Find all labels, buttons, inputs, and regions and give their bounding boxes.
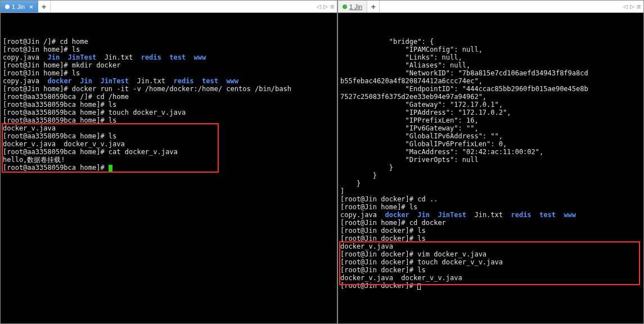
- terminal-text: ]: [340, 187, 344, 195]
- terminal-line: "NetworkID": "7b8a815e7cd106aefd34943f8f…: [340, 69, 641, 77]
- terminal-text: [root@aa3358059bca /]# cd /home: [3, 93, 129, 101]
- terminal-text: "IPPrefixLen": 16,: [340, 116, 479, 124]
- terminal-line: [root@Jin home]# ls: [340, 203, 641, 211]
- terminal-line: [root@Jin docker]# ls: [340, 227, 641, 235]
- terminal-line: "Aliases": null,: [340, 61, 641, 69]
- terminal-text: Jin.txt: [466, 211, 511, 219]
- tab-session-1[interactable]: 1 Jin: [338, 1, 367, 12]
- terminal-line: [root@Jin home]# ls: [3, 46, 335, 53]
- terminal-text: "IPv6Gateway": "",: [340, 124, 479, 132]
- next-tab-icon[interactable]: ▷: [630, 3, 634, 10]
- terminal-line: hello,数据卷挂载!: [3, 156, 335, 164]
- terminal-text: [root@Jin home]# ls: [340, 203, 417, 211]
- terminal-text: }: [340, 164, 393, 172]
- terminal-line: [root@aa3358059bca home]# ls: [3, 132, 335, 140]
- terminal-line: [root@Jin docker]# touch docker_v_v.java: [340, 258, 641, 266]
- terminal-text: [root@Jin home]# ls: [3, 46, 80, 53]
- terminal-text: redis test www: [173, 77, 238, 85]
- terminal-text: copy.java: [340, 211, 385, 219]
- terminal-text: docker Jin JinTest: [47, 77, 129, 85]
- terminal-text: [root@Jin home]# mkdir docker: [3, 61, 121, 69]
- terminal-line: "IPAddress": "172.17.0.2",: [340, 109, 641, 116]
- terminal-text: "GlobalIPv6Address": "",: [340, 132, 503, 140]
- terminal-line: "IPPrefixLen": 16,: [340, 116, 641, 124]
- terminal-text: hello,数据卷挂载!: [3, 156, 65, 164]
- terminal-line: [root@aa3358059bca /]# cd /home: [3, 93, 335, 101]
- prev-tab-icon[interactable]: ◁: [623, 3, 628, 10]
- new-tab-button[interactable]: +: [38, 1, 51, 12]
- terminal-text: [root@Jin docker]# vim docker_v.java: [340, 250, 487, 258]
- terminal-line: docker_v.java: [340, 242, 641, 250]
- right-terminal[interactable]: "bridge": { "IPAMConfig": null, "Links":…: [338, 13, 643, 323]
- tab-menu-icon[interactable]: ≡: [330, 3, 334, 11]
- terminal-line: ]: [340, 187, 641, 195]
- terminal-line: }: [340, 164, 641, 172]
- cursor-icon: [109, 165, 112, 172]
- terminal-line: "EndpointID": "444ccac85bb2960fb015ae90e…: [340, 85, 641, 93]
- terminal-text: [root@Jin home]# docker run -it -v /home…: [3, 85, 291, 93]
- terminal-text: "GlobalIPv6PrefixLen": 0,: [340, 140, 507, 148]
- terminal-text: "Gateway": "172.17.0.1",: [340, 101, 503, 109]
- terminal-line: }: [340, 179, 641, 187]
- terminal-line: "GlobalIPv6Address": "",: [340, 132, 641, 140]
- terminal-line: "MacAddress": "02:42:ac:11:00:02",: [340, 148, 641, 156]
- terminal-line: "IPAMConfig": null,: [340, 46, 641, 53]
- plus-icon: +: [371, 2, 376, 11]
- terminal-line: "DriverOpts": null: [340, 156, 641, 164]
- terminal-line: copy.java docker Jin JinTest Jin.txt red…: [340, 211, 641, 219]
- terminal-text: docker_v.java docker_v_v.java: [3, 140, 125, 148]
- terminal-text: [root@aa3358059bca home]# ls: [3, 116, 116, 124]
- terminal-text: "DriverOpts": null: [340, 156, 479, 164]
- terminal-text: [root@Jin docker]# cd ..: [340, 195, 438, 203]
- terminal-text: [root@Jin docker]# ls: [340, 266, 426, 274]
- terminal-text: "MacAddress": "02:42:ac:11:00:02",: [340, 148, 543, 156]
- terminal-text: }: [340, 179, 361, 187]
- terminal-line: [root@aa3358059bca home]# ls: [3, 116, 335, 124]
- close-icon[interactable]: ×: [27, 3, 33, 10]
- terminal-text: redis test www: [141, 53, 206, 61]
- terminal-line: [root@aa3358059bca home]#: [3, 164, 335, 172]
- terminal-text: copy.java: [3, 53, 47, 61]
- terminal-line: [root@Jin home]# mkdir docker: [3, 61, 335, 69]
- plus-icon: +: [42, 2, 46, 11]
- terminal-text: [root@Jin home]# cd docker: [340, 219, 446, 227]
- new-tab-button[interactable]: +: [367, 1, 380, 12]
- terminal-text: b55febac4620a4f820874412a6ccc74ec",: [340, 77, 483, 85]
- right-tabbar: 1 Jin + ◁ ▷ ≡: [338, 1, 643, 13]
- terminal-text: [root@Jin /]# cd home: [3, 38, 88, 46]
- terminal-line: [root@Jin /]# cd home: [3, 38, 335, 46]
- terminal-text: [root@aa3358059bca home]#: [3, 164, 109, 172]
- terminal-line: "bridge": {: [340, 38, 641, 46]
- status-dot-icon: [343, 4, 347, 9]
- tabbar-controls: ◁ ▷ ≡: [313, 1, 337, 12]
- next-tab-icon[interactable]: ▷: [323, 3, 328, 10]
- terminal-line: copy.java Jin JinTest Jin.txt redis test…: [3, 53, 335, 61]
- terminal-line: }: [340, 172, 641, 179]
- prev-tab-icon[interactable]: ◁: [317, 3, 321, 10]
- terminal-text: [root@aa3358059bca home]# touch docker_v…: [3, 109, 186, 116]
- tab-menu-icon[interactable]: ≡: [637, 3, 640, 11]
- terminal-text: docker Jin JinTest: [385, 211, 466, 219]
- terminal-text: Jin.txt: [96, 53, 141, 61]
- terminal-line: [root@Jin home]# cd docker: [340, 219, 641, 227]
- cursor-icon: [417, 284, 421, 290]
- terminal-line: [root@aa3358059bca home]# touch docker_v…: [3, 109, 335, 116]
- terminal-line: docker_v.java docker_v_v.java: [3, 140, 335, 148]
- terminal-text: [root@Jin home]# ls: [3, 69, 80, 77]
- right-terminal-pane: 1 Jin + ◁ ▷ ≡ "bridge": { "IPAMConfig": …: [337, 0, 644, 324]
- terminal-line: [root@Jin docker]# cd ..: [340, 195, 641, 203]
- tabbar-spacer: [51, 1, 313, 12]
- terminal-text: [root@Jin docker]# ls: [340, 227, 426, 235]
- terminal-text: "NetworkID": "7b8a815e7cd106aefd34943f8f…: [340, 69, 588, 77]
- terminal-line: docker_v.java docker_v_v.java: [340, 274, 641, 282]
- terminal-line: "Links": null,: [340, 53, 641, 61]
- terminal-text: "IPAddress": "172.17.0.2",: [340, 109, 511, 116]
- left-terminal[interactable]: [root@Jin /]# cd home[root@Jin home]# ls…: [1, 13, 337, 323]
- tabbar-controls: ◁ ▷ ≡: [620, 1, 643, 12]
- terminal-text: redis test www: [511, 211, 576, 219]
- terminal-text: docker_v.java: [340, 242, 393, 250]
- tab-session-1[interactable]: 1 Jin ×: [1, 1, 38, 12]
- terminal-text: "Aliases": null,: [340, 61, 470, 69]
- terminal-line: docker_v.java: [3, 124, 335, 132]
- terminal-line: [root@Jin home]# ls: [3, 69, 335, 77]
